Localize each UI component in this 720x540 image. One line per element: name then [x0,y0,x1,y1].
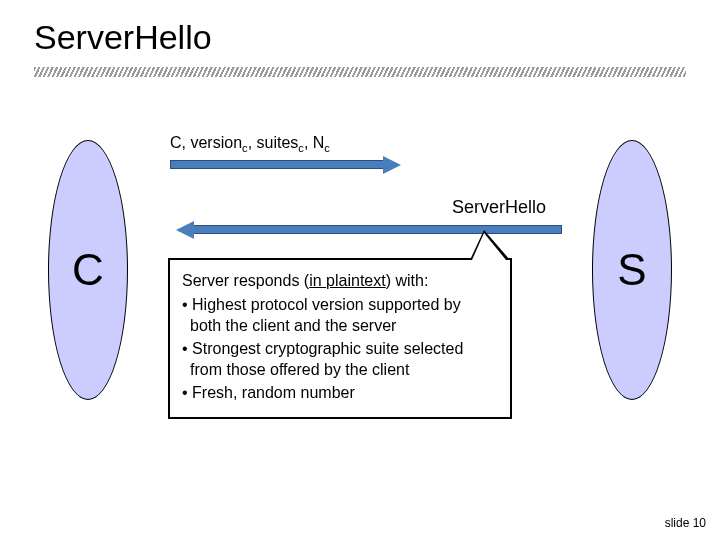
bullet-suite: Strongest cryptographic suite selected f… [182,338,498,381]
arrowhead-right-icon [383,156,401,174]
protocol-diagram: C S C, versionc, suitesc, Nc ServerHello… [0,120,720,480]
server-party: S [592,140,672,400]
bullet-random: Fresh, random number [182,382,498,404]
slide-number: slide 10 [665,516,706,530]
callout-pointer-fill-icon [472,233,506,260]
bullet-version: Highest protocol version supported by bo… [182,294,498,337]
page-title: ServerHello [34,18,686,57]
slide: ServerHello C S C, versionc, suitesc, Nc… [0,0,720,540]
server-label: S [617,245,646,295]
client-label: C [72,245,104,295]
server-hello-callout: Server responds (in plaintext) with: Hig… [168,258,512,419]
callout-lead: Server responds (in plaintext) with: [182,270,498,292]
callout-bullets: Highest protocol version supported by bo… [182,294,498,404]
divider [34,67,686,77]
client-hello-params: C, versionc, suitesc, Nc [170,134,330,154]
client-to-server-arrow-icon [170,160,385,169]
arrowhead-left-icon [176,221,194,239]
client-party: C [48,140,128,400]
server-hello-label: ServerHello [452,197,546,218]
